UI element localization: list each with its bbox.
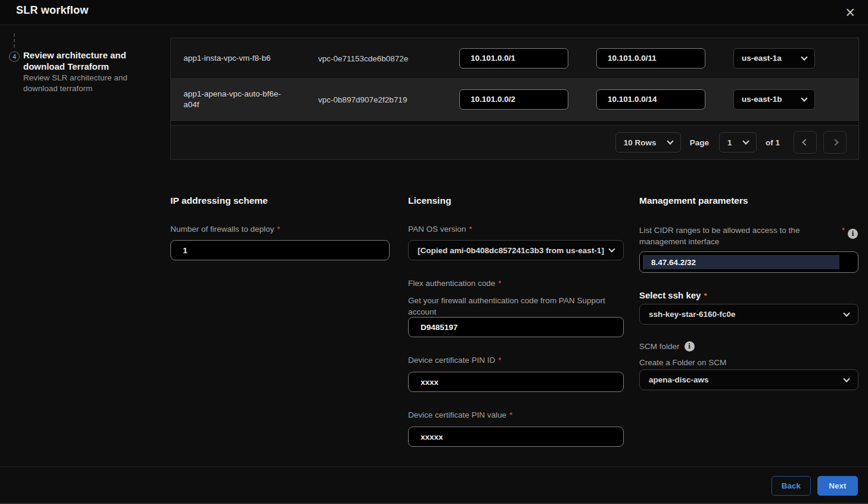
- availability-zone-value: us-east-1a: [742, 54, 782, 63]
- firewall-count-label: Number of firewalls to deploy*: [170, 225, 280, 234]
- management-heading: Management parameters: [639, 195, 748, 206]
- pin-id-input[interactable]: xxxx: [408, 372, 624, 392]
- cidr-secondary-input[interactable]: 10.101.0.0/11: [596, 48, 705, 69]
- cidr-ranges-label: List CIDR ranges to be allowed access to…: [639, 225, 806, 247]
- chevron-left-icon: [802, 139, 808, 145]
- pin-value-label-text: Device certificate PIN value: [408, 410, 506, 419]
- ssh-key-value: ssh-key-star-6160-fc0e: [649, 310, 736, 319]
- flex-auth-label: Flex authentication code*: [408, 279, 502, 288]
- vpc-name: app1-apena-vpc-auto-bf6e-a04f: [183, 89, 294, 110]
- chevron-down-icon: [609, 245, 615, 252]
- pin-id-label-text: Device certificate PIN ID: [408, 356, 495, 365]
- flex-auth-help-text: Get your firewall authentication code fr…: [408, 295, 617, 318]
- page-number-value: 1: [727, 138, 732, 147]
- panos-version-label-text: PAN OS version: [408, 225, 466, 234]
- chevron-down-icon: [742, 138, 749, 144]
- scm-folder-label-text: SCM folder: [639, 342, 680, 351]
- required-asterisk: *: [498, 279, 501, 288]
- panos-version-label: PAN OS version*: [408, 225, 472, 234]
- chevron-down-icon: [667, 138, 673, 144]
- chevron-down-icon: [801, 54, 807, 60]
- back-button[interactable]: Back: [771, 476, 811, 496]
- close-icon[interactable]: ×: [845, 1, 855, 24]
- firewall-count-input[interactable]: 1: [170, 240, 390, 260]
- required-asterisk: *: [509, 410, 512, 419]
- cidr-ranges-selected-text: 8.47.64.2/32: [643, 255, 839, 269]
- availability-zone-select[interactable]: us-east-1b: [733, 89, 815, 110]
- step-4-title: Review architecture and download Terrafo…: [23, 49, 145, 72]
- scm-folder-value: apena-disc-aws: [649, 375, 709, 384]
- chevron-down-icon: [843, 310, 850, 316]
- vpc-id: vpc-0b897d907e2f2b719: [318, 95, 449, 104]
- footer-divider: [0, 466, 868, 467]
- table-row: app1-apena-vpc-auto-bf6e-a04f vpc-0b897d…: [171, 78, 858, 120]
- ssh-key-select[interactable]: ssh-key-star-6160-fc0e: [639, 304, 858, 325]
- info-icon[interactable]: i: [685, 341, 695, 351]
- next-button[interactable]: Next: [817, 476, 858, 496]
- pin-value-input[interactable]: xxxxx: [408, 427, 624, 447]
- required-asterisk: *: [277, 225, 280, 234]
- next-page-button[interactable]: [823, 131, 847, 154]
- vpc-id: vpc-0e71153cde6b0872e: [318, 54, 449, 63]
- ip-addressing-heading: IP addressing scheme: [170, 195, 267, 206]
- info-icon[interactable]: i: [848, 229, 858, 239]
- dialog-title: SLR workflow: [16, 4, 88, 17]
- panos-version-value: [Copied ami-0b408dc857241c3b3 from us-ea…: [418, 246, 605, 255]
- vpc-table: app1-insta-vpc-vm-f8-b6 vpc-0e71153cde6b…: [170, 38, 859, 160]
- dialog-header: SLR workflow ×: [0, 0, 868, 25]
- table-row: app1-insta-vpc-vm-f8-b6 vpc-0e71153cde6b…: [171, 38, 858, 78]
- page-label: Page: [687, 138, 711, 147]
- chevron-down-icon: [801, 95, 807, 101]
- required-asterisk: *: [704, 291, 707, 300]
- availability-zone-select[interactable]: us-east-1a: [733, 48, 815, 69]
- scm-folder-label: SCM folderi: [639, 341, 695, 351]
- cidr-primary-input[interactable]: 10.101.0.0/2: [459, 89, 568, 110]
- slr-workflow-dialog: SLR workflow × 4 Review architecture and…: [0, 0, 868, 504]
- cidr-primary-input[interactable]: 10.101.0.0/1: [459, 48, 568, 69]
- previous-page-button[interactable]: [794, 131, 817, 154]
- cidr-secondary-input[interactable]: 10.101.0.0/14: [596, 89, 705, 110]
- panos-version-select[interactable]: [Copied ami-0b408dc857241c3b3 from us-ea…: [408, 240, 624, 260]
- rows-per-page-value: 10 Rows: [624, 138, 657, 147]
- step-4-subtitle: Review SLR architecture and download ter…: [23, 73, 136, 94]
- required-asterisk: *: [498, 356, 501, 365]
- ssh-key-label-text: Select ssh key: [639, 290, 701, 300]
- chevron-right-icon: [832, 139, 838, 145]
- availability-zone-value: us-east-1b: [742, 95, 782, 104]
- scm-folder-select[interactable]: apena-disc-aws: [639, 369, 858, 390]
- table-pagination: 10 Rows Page 1 of 1: [171, 126, 858, 159]
- rows-per-page-select[interactable]: 10 Rows: [615, 132, 681, 153]
- page-number-select[interactable]: 1: [719, 132, 757, 153]
- vpc-name: app1-insta-vpc-vm-f8-b6: [183, 53, 294, 64]
- firewall-count-label-text: Number of firewalls to deploy: [170, 225, 274, 234]
- step-4-badge: 4: [9, 51, 20, 62]
- cidr-ranges-value: 8.47.64.2/32: [643, 258, 696, 267]
- stepper-connector-line: [14, 33, 15, 48]
- chevron-down-icon: [843, 375, 850, 382]
- flex-auth-label-text: Flex authentication code: [408, 279, 495, 288]
- pin-id-label: Device certificate PIN ID*: [408, 356, 502, 365]
- page-total-label: of 1: [763, 138, 782, 147]
- required-asterisk: *: [842, 226, 845, 235]
- flex-auth-input[interactable]: D9485197: [408, 317, 624, 337]
- scm-folder-help-text: Create a Folder on SCM: [639, 358, 726, 367]
- licensing-heading: Licensing: [408, 195, 451, 206]
- pin-value-label: Device certificate PIN value*: [408, 410, 512, 419]
- cidr-ranges-input[interactable]: 8.47.64.2/32: [639, 251, 858, 273]
- ssh-key-label: Select ssh key*: [639, 290, 707, 300]
- required-asterisk: *: [469, 225, 472, 234]
- table-divider: [171, 120, 858, 126]
